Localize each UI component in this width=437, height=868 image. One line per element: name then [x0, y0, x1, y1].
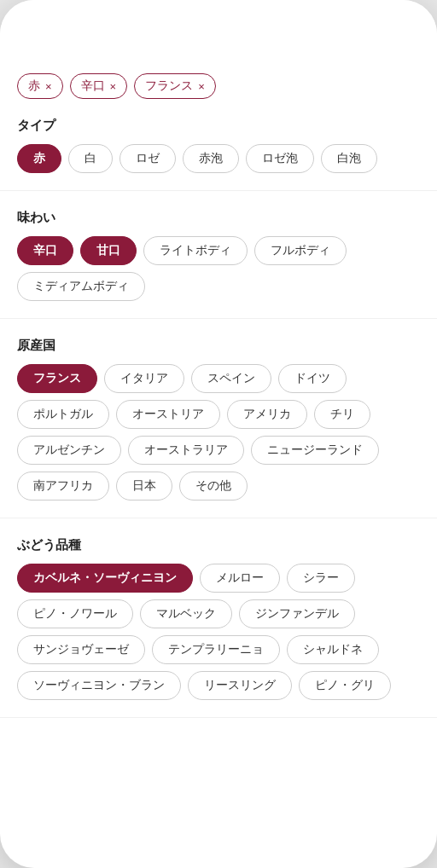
section-country: 原産国フランスイタリアスペインドイツポルトガルオーストリアアメリカチリアルゼンチ…: [17, 338, 420, 501]
chip-spain[interactable]: スペイン: [191, 364, 271, 393]
divider-grape: [0, 717, 437, 718]
active-tag-close[interactable]: ×: [198, 80, 205, 93]
section-taste: 味わい辛口甘口ライトボディフルボディミディアムボディ: [17, 210, 420, 301]
active-tag-close[interactable]: ×: [110, 80, 117, 93]
header: [0, 0, 437, 65]
active-tag-karakuchi[interactable]: 辛口×: [70, 73, 128, 99]
divider-type: [0, 190, 437, 191]
chip-amakuchi[interactable]: 甘口: [80, 236, 137, 265]
chip-shiro[interactable]: 白: [68, 144, 113, 173]
chip-syrah[interactable]: シラー: [287, 564, 355, 593]
chip-aka[interactable]: 赤: [17, 144, 61, 173]
chip-chardonnay[interactable]: シャルドネ: [287, 635, 379, 664]
chip-italy[interactable]: イタリア: [104, 364, 184, 393]
chip-zinfandel[interactable]: ジンファンデル: [239, 599, 355, 628]
active-tag-label: 辛口: [81, 78, 105, 94]
chip-portugal[interactable]: ポルトガル: [17, 400, 109, 429]
section-title-taste: 味わい: [17, 210, 420, 226]
chip-pinot-gris[interactable]: ピノ・グリ: [299, 671, 391, 700]
chip-tempranillo[interactable]: テンプラリーニョ: [152, 635, 280, 664]
chip-malbec[interactable]: マルベック: [140, 599, 232, 628]
chip-medium-body[interactable]: ミディアムボディ: [17, 272, 145, 301]
back-button[interactable]: [14, 44, 20, 51]
chip-merlot[interactable]: メルロー: [200, 564, 280, 593]
chip-america[interactable]: アメリカ: [227, 400, 307, 429]
chip-australia[interactable]: オーストラリア: [128, 436, 244, 465]
section-type: タイプ赤白ロゼ赤泡ロゼ泡白泡: [17, 118, 420, 173]
chip-argentina[interactable]: アルゼンチン: [17, 436, 121, 465]
section-title-country: 原産国: [17, 338, 420, 354]
phone-container: 赤×辛口×フランス× タイプ赤白ロゼ赤泡ロゼ泡白泡味わい辛口甘口ライトボディフル…: [0, 0, 437, 868]
section-title-grape: ぶどう品種: [17, 537, 420, 553]
chip-france[interactable]: フランス: [17, 364, 97, 393]
chip-germany[interactable]: ドイツ: [278, 364, 347, 393]
active-tag-close[interactable]: ×: [45, 80, 52, 93]
chip-full-body[interactable]: フルボディ: [254, 236, 347, 265]
chip-light-body[interactable]: ライトボディ: [143, 236, 248, 265]
chips-row-type: 赤白ロゼ赤泡ロゼ泡白泡: [17, 144, 420, 173]
chip-karakuchi[interactable]: 辛口: [17, 236, 73, 265]
active-tag-aka[interactable]: 赤×: [17, 73, 63, 99]
chips-row-grape: カベルネ・ソーヴィニヨンメルローシラーピノ・ノワールマルベックジンファンデルサン…: [17, 564, 420, 700]
chip-newzealand[interactable]: ニュージーランド: [251, 436, 379, 465]
chip-austria[interactable]: オーストリア: [116, 400, 220, 429]
chips-row-country: フランスイタリアスペインドイツポルトガルオーストリアアメリカチリアルゼンチンオー…: [17, 364, 420, 501]
active-tag-france[interactable]: フランス×: [134, 73, 216, 99]
active-tag-label: 赤: [28, 78, 40, 94]
chip-riesling[interactable]: リースリング: [188, 671, 292, 700]
chip-roze-awa[interactable]: ロゼ泡: [246, 144, 314, 173]
chip-japan[interactable]: 日本: [116, 472, 172, 501]
chip-roze[interactable]: ロゼ: [119, 144, 176, 173]
divider-country: [0, 518, 437, 518]
chip-shiro-awa[interactable]: 白泡: [321, 144, 377, 173]
chip-cabernet[interactable]: カベルネ・ソーヴィニヨン: [17, 564, 193, 593]
chip-sauvignon-blanc[interactable]: ソーヴィニヨン・ブラン: [17, 671, 181, 700]
chip-other[interactable]: その他: [179, 472, 248, 501]
chip-southafrica[interactable]: 南アフリカ: [17, 472, 109, 501]
section-grape: ぶどう品種カベルネ・ソーヴィニヨンメルローシラーピノ・ノワールマルベックジンファ…: [17, 537, 420, 700]
chip-sangiovese[interactable]: サンジョヴェーゼ: [17, 635, 145, 664]
chip-pinot-noir[interactable]: ピノ・ノワール: [17, 599, 133, 628]
section-title-type: タイプ: [17, 118, 420, 134]
content-area: 赤×辛口×フランス× タイプ赤白ロゼ赤泡ロゼ泡白泡味わい辛口甘口ライトボディフル…: [0, 65, 437, 868]
chip-chile[interactable]: チリ: [314, 400, 370, 429]
active-tag-label: フランス: [145, 78, 193, 94]
chip-aka-awa[interactable]: 赤泡: [183, 144, 239, 173]
divider-taste: [0, 318, 437, 319]
active-tags-row: 赤×辛口×フランス×: [17, 73, 420, 99]
chips-row-taste: 辛口甘口ライトボディフルボディミディアムボディ: [17, 236, 420, 301]
